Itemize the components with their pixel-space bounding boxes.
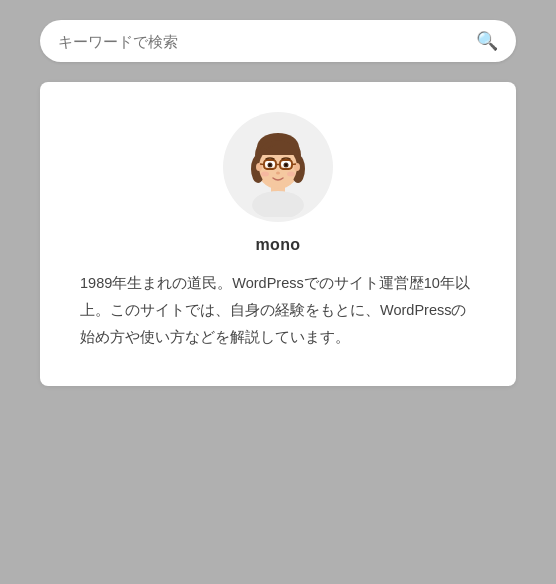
svg-point-1 xyxy=(252,191,304,217)
svg-line-20 xyxy=(292,164,296,165)
profile-card: mono 1989年生まれの道民。WordPressでのサイト運営歴10年以上。… xyxy=(40,82,516,386)
svg-line-19 xyxy=(260,164,264,165)
svg-point-14 xyxy=(269,164,271,166)
avatar xyxy=(223,112,333,222)
search-input[interactable] xyxy=(58,33,468,50)
avatar-illustration xyxy=(228,117,328,217)
search-bar: 🔍 xyxy=(40,20,516,62)
svg-point-15 xyxy=(285,164,287,166)
svg-point-22 xyxy=(261,172,269,177)
bio-text: 1989年生まれの道民。WordPressでのサイト運営歴10年以上。このサイト… xyxy=(80,270,476,350)
username: mono xyxy=(256,236,301,254)
svg-point-23 xyxy=(287,172,295,177)
search-icon[interactable]: 🔍 xyxy=(476,30,498,52)
svg-point-21 xyxy=(276,172,280,175)
